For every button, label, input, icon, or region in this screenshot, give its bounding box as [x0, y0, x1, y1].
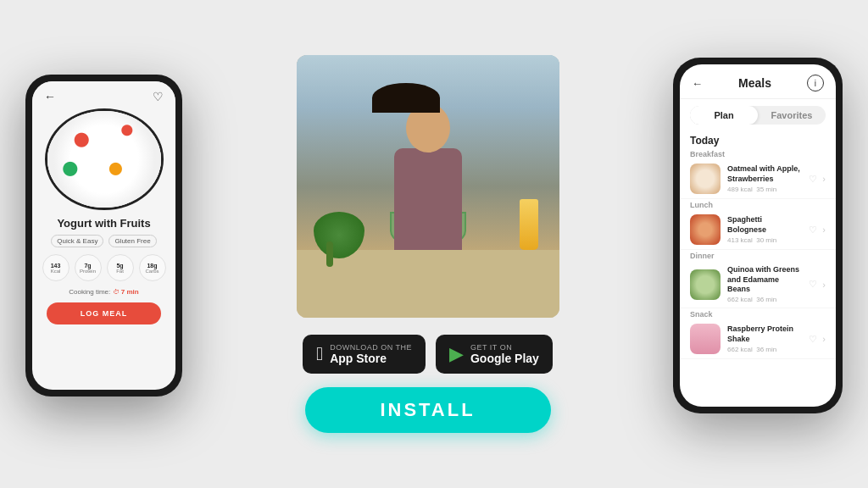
right-phone: ← Meals i Plan Favorites Today Breakfast…	[673, 58, 843, 413]
clock-icon: ⏱	[113, 288, 120, 296]
lunch-heart-icon[interactable]: ♡	[809, 225, 817, 236]
meal-thumb-shake	[690, 324, 721, 354]
meal-meta-lunch: 413 kcal 30 min	[727, 236, 802, 244]
meal-name-snack: Raspberry Protein Shake	[727, 324, 802, 344]
meal-item-snack[interactable]: Raspberry Protein Shake 662 kcal 36 min …	[680, 319, 836, 359]
meal-meta-dinner: 662 kcal 36 min	[727, 296, 802, 303]
meal-actions-dinner: ♡ ›	[809, 279, 826, 290]
tab-favorites[interactable]: Favorites	[758, 106, 826, 125]
app-store-name-label: App Store	[330, 352, 412, 365]
apple-icon: 	[316, 343, 323, 365]
today-label: Today	[680, 131, 836, 148]
tag-gluten-free: Gluten Free	[108, 235, 156, 247]
meal-info-dinner: Quinoa with Greens and Edamame Beans 662…	[727, 265, 802, 303]
breakfast-heart-icon[interactable]: ♡	[809, 174, 817, 185]
main-container: ← ♡ Yogurt with Fruits Quick & Easy Glut…	[0, 0, 868, 488]
person-hair	[372, 83, 440, 113]
macro-protein: 7g Protein	[75, 254, 102, 281]
favorite-icon[interactable]: ♡	[153, 90, 164, 103]
macros-row: 143 Kcal 7g Protein 5g Fat 18g Carbs	[32, 254, 175, 281]
category-lunch: Lunch	[680, 199, 836, 210]
meal-info-snack: Raspberry Protein Shake 662 kcal 36 min	[727, 324, 802, 352]
food-title: Yogurt with Fruits	[32, 217, 175, 230]
category-snack: Snack	[680, 308, 836, 319]
hero-person	[297, 55, 559, 318]
broccoli-stem	[326, 241, 333, 267]
meal-actions-snack: ♡ ›	[809, 334, 826, 345]
category-dinner: Dinner	[680, 250, 836, 261]
meal-thumb-quinoa	[690, 269, 721, 300]
right-back-icon[interactable]: ←	[692, 77, 703, 90]
meal-name-lunch: Spaghetti Bolognese	[727, 215, 802, 235]
meal-name-dinner: Quinoa with Greens and Edamame Beans	[727, 265, 802, 295]
food-tags: Quick & Easy Gluten Free	[32, 235, 175, 247]
app-store-sub-label: Download on the	[330, 343, 412, 352]
cooking-time: Cooking time: ⏱ 7 min	[32, 288, 175, 296]
google-play-sub-label: GET IT ON	[470, 343, 539, 352]
macro-kcal: 143 Kcal	[42, 254, 70, 281]
back-icon[interactable]: ←	[44, 90, 56, 103]
right-phone-title: Meals	[738, 76, 771, 90]
meal-thumb-oatmeal	[690, 164, 721, 194]
dinner-heart-icon[interactable]: ♡	[809, 279, 817, 290]
macro-fat: 5g Fat	[107, 254, 134, 281]
install-button[interactable]: INSTALL	[305, 387, 551, 433]
snack-arrow-icon[interactable]: ›	[822, 334, 826, 344]
meal-meta-snack: 662 kcal 36 min	[727, 346, 802, 353]
google-play-button[interactable]: ▶ GET IT ON Google Play	[436, 335, 553, 374]
left-phone: ← ♡ Yogurt with Fruits Quick & Easy Glut…	[25, 75, 182, 396]
person-torso	[394, 148, 462, 250]
macro-carbs: 18g Carbs	[139, 254, 166, 281]
breakfast-arrow-icon[interactable]: ›	[822, 174, 826, 184]
meal-meta-breakfast: 489 kcal 35 min	[727, 186, 802, 193]
meal-actions-breakfast: ♡ ›	[809, 174, 826, 185]
food-image	[45, 108, 164, 210]
meal-info-lunch: Spaghetti Bolognese 413 kcal 30 min	[727, 215, 802, 243]
meal-actions-lunch: ♡ ›	[809, 225, 826, 236]
info-icon[interactable]: i	[807, 75, 824, 92]
google-play-icon: ▶	[449, 343, 464, 365]
meal-item-breakfast[interactable]: Oatmeal with Apple, Strawberries 489 kca…	[680, 159, 836, 199]
meal-info-breakfast: Oatmeal with Apple, Strawberries 489 kca…	[727, 164, 802, 192]
snack-heart-icon[interactable]: ♡	[809, 334, 817, 345]
category-breakfast: Breakfast	[680, 148, 836, 159]
app-store-button[interactable]:  Download on the App Store	[303, 335, 426, 374]
tab-row: Plan Favorites	[690, 106, 826, 125]
juice-glass	[520, 199, 538, 250]
dinner-arrow-icon[interactable]: ›	[822, 280, 826, 290]
meal-name-breakfast: Oatmeal with Apple, Strawberries	[727, 164, 802, 184]
counter	[297, 250, 559, 318]
meal-thumb-spaghetti	[690, 214, 721, 245]
hero-image	[297, 55, 559, 318]
food-image-inner	[47, 111, 161, 208]
google-play-name-label: Google Play	[470, 352, 539, 365]
center-section:  Download on the App Store ▶ GET IT ON …	[182, 17, 673, 471]
meal-item-dinner[interactable]: Quinoa with Greens and Edamame Beans 662…	[680, 261, 836, 308]
tab-plan[interactable]: Plan	[690, 106, 758, 125]
store-buttons:  Download on the App Store ▶ GET IT ON …	[303, 335, 553, 374]
lunch-arrow-icon[interactable]: ›	[822, 225, 826, 235]
tag-quick-easy: Quick & Easy	[51, 235, 103, 247]
log-meal-button[interactable]: LOG MEAL	[47, 302, 161, 324]
meal-item-lunch[interactable]: Spaghetti Bolognese 413 kcal 30 min ♡ ›	[680, 210, 836, 250]
